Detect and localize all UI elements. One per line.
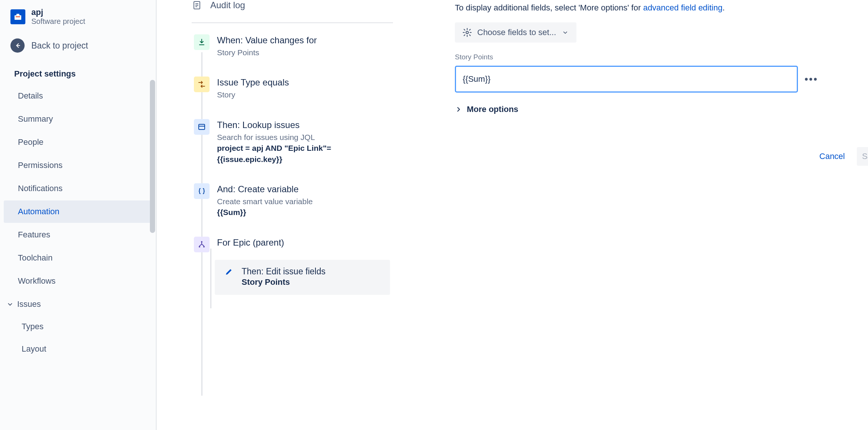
project-logo-icon <box>10 9 25 24</box>
svg-point-12 <box>199 246 200 247</box>
nav-issues[interactable]: Issues <box>0 293 156 315</box>
lookup-sub: Search for issues using JQL <box>217 132 374 143</box>
svg-rect-2 <box>16 14 19 15</box>
issues-label: Issues <box>17 299 41 309</box>
branch-line <box>210 249 211 308</box>
helper-dot: . <box>723 3 725 12</box>
lookup-jql: project = apj AND "Epic Link"= {{issue.e… <box>217 143 374 165</box>
choose-fields-label: Choose fields to set... <box>477 28 556 37</box>
lookup-step[interactable]: Then: Lookup issues Search for issues us… <box>194 119 418 165</box>
chevron-right-icon <box>455 106 462 113</box>
nav-issues-layout[interactable]: Layout <box>0 338 156 360</box>
createvar-var: {{Sum}} <box>217 207 313 218</box>
edit-panel: To display additional fields, select 'Mo… <box>455 0 868 114</box>
svg-rect-1 <box>16 16 20 17</box>
nav-issues-types[interactable]: Types <box>0 315 156 338</box>
chevron-down-icon <box>562 29 569 36</box>
then-edit-field: Story Points <box>242 277 326 288</box>
createvar-icon <box>194 183 210 199</box>
timeline-line <box>201 52 202 396</box>
trigger-sub: Story Points <box>217 47 317 58</box>
project-name: apj <box>31 7 85 17</box>
nav-permissions[interactable]: Permissions <box>4 154 152 177</box>
then-edit-step[interactable]: Then: Edit issue fields Story Points <box>215 260 390 295</box>
nav-workflows[interactable]: Workflows <box>4 270 152 292</box>
back-arrow-icon <box>10 38 25 53</box>
nav-features[interactable]: Features <box>4 224 152 246</box>
branch-title: For Epic (parent) <box>217 237 284 248</box>
back-label: Back to project <box>31 41 88 51</box>
lookup-icon <box>194 119 210 135</box>
audit-log-label: Audit log <box>210 0 245 10</box>
nav-notifications[interactable]: Notifications <box>4 177 152 200</box>
nav-details[interactable]: Details <box>4 85 152 107</box>
createvar-sub: Create smart value variable <box>217 196 313 207</box>
helper-pre: To display additional fields, select 'Mo… <box>455 3 643 12</box>
svg-point-11 <box>201 241 202 243</box>
trigger-title: When: Value changes for <box>217 35 317 46</box>
choose-fields-button[interactable]: Choose fields to set... <box>455 22 576 43</box>
condition-title: Issue Type equals <box>217 77 289 88</box>
helper-text: To display additional fields, select 'Mo… <box>455 3 868 13</box>
audit-log-icon <box>192 0 201 10</box>
more-options-toggle[interactable]: More options <box>455 105 868 114</box>
svg-point-14 <box>466 31 469 34</box>
branch-icon <box>194 237 210 252</box>
back-to-project-button[interactable]: Back to project <box>0 33 156 59</box>
settings-nav: Project settings Details Summary People … <box>0 59 156 360</box>
branch-step[interactable]: For Epic (parent) <box>194 237 418 252</box>
condition-icon <box>194 77 210 92</box>
project-type: Software project <box>31 17 85 26</box>
trigger-icon <box>194 34 210 50</box>
scrollbar-thumb[interactable] <box>150 80 155 233</box>
project-header: apj Software project <box>0 0 156 33</box>
audit-log-link[interactable]: Audit log <box>192 0 418 19</box>
then-edit-title: Then: Edit issue fields <box>242 267 326 277</box>
edit-icon <box>224 267 234 277</box>
gear-icon <box>462 28 472 37</box>
lookup-title: Then: Lookup issues <box>217 120 374 130</box>
save-button[interactable]: Sav <box>857 147 868 166</box>
story-points-input[interactable] <box>455 66 798 93</box>
field-label: Story Points <box>455 53 868 61</box>
svg-rect-9 <box>199 124 205 130</box>
footer-buttons: Cancel Sav <box>817 147 868 166</box>
settings-title: Project settings <box>0 63 156 85</box>
nav-summary[interactable]: Summary <box>4 108 152 130</box>
more-options-label: More options <box>467 105 518 114</box>
chevron-down-icon <box>6 300 14 308</box>
rule-builder: Audit log When: Value changes for Story … <box>157 0 418 430</box>
createvar-title: And: Create variable <box>217 184 313 194</box>
advanced-editing-link[interactable]: advanced field editing <box>643 3 723 12</box>
field-more-menu[interactable]: ••• <box>805 74 818 85</box>
sidebar: apj Software project Back to project Pro… <box>0 0 157 430</box>
nav-automation[interactable]: Automation <box>4 200 152 223</box>
condition-sub: Story <box>217 89 289 100</box>
trigger-step[interactable]: When: Value changes for Story Points <box>194 34 418 58</box>
condition-step[interactable]: Issue Type equals Story <box>194 77 418 100</box>
createvar-step[interactable]: And: Create variable Create smart value … <box>194 183 418 218</box>
nav-people[interactable]: People <box>4 131 152 153</box>
divider <box>192 22 393 23</box>
svg-rect-0 <box>15 15 21 20</box>
cancel-button[interactable]: Cancel <box>817 147 848 166</box>
nav-toolchain[interactable]: Toolchain <box>4 247 152 269</box>
svg-point-13 <box>203 246 205 247</box>
